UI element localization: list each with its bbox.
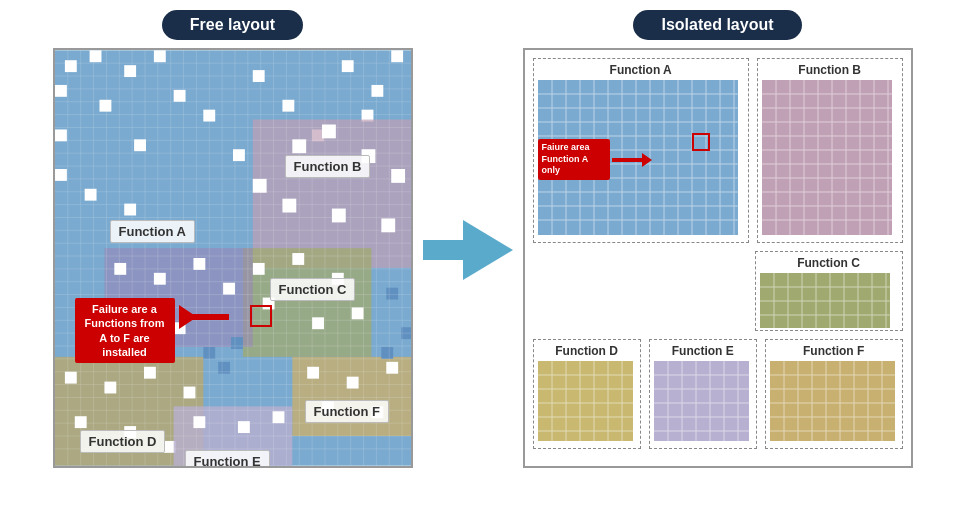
svg-rect-3	[124, 65, 136, 77]
iso-cell-a: Function A	[533, 58, 749, 243]
iso-func-e-grid	[654, 361, 749, 441]
free-func-f-label: Function F	[305, 400, 389, 423]
middle-arrow	[423, 220, 513, 280]
iso-func-d-grid	[538, 361, 633, 441]
svg-rect-13	[341, 60, 353, 72]
free-func-e-label: Function E	[185, 450, 270, 468]
free-func-d-label: Function D	[80, 430, 166, 453]
iso-cell-d: Function D	[533, 339, 641, 449]
svg-rect-24	[322, 125, 336, 139]
svg-rect-21	[124, 204, 136, 216]
isolated-layout-title: Isolated layout	[633, 10, 801, 40]
svg-rect-40	[153, 273, 165, 285]
isolated-layout-box: Function A	[523, 48, 913, 468]
svg-rect-59	[346, 377, 358, 389]
iso-func-b-title: Function B	[762, 63, 898, 77]
svg-rect-15	[391, 50, 403, 62]
iso-cell-e: Function E	[649, 339, 757, 449]
iso-top-row: Function A	[533, 58, 903, 243]
svg-rect-49	[183, 387, 195, 399]
svg-rect-58	[307, 367, 319, 379]
free-func-b-label: Function B	[285, 155, 371, 178]
iso-cell-f: Function F	[765, 339, 903, 449]
svg-rect-4	[153, 50, 165, 62]
iso-func-a-title: Function A	[538, 63, 744, 77]
iso-func-c-grid	[760, 273, 890, 328]
free-layout-panel: Free layout	[53, 10, 413, 468]
svg-rect-209	[770, 361, 895, 441]
svg-rect-20	[84, 189, 96, 201]
svg-rect-2	[89, 50, 101, 62]
svg-rect-1	[64, 60, 76, 72]
svg-rect-8	[55, 129, 67, 141]
iso-bottom-row: Function D	[533, 339, 903, 449]
iso-func-f-title: Function F	[770, 344, 898, 358]
iso-red-box	[692, 133, 710, 151]
free-func-c-label: Function C	[270, 278, 356, 301]
iso-func-f-grid	[770, 361, 895, 441]
iso-func-b-grid	[762, 80, 892, 235]
svg-rect-56	[272, 411, 284, 423]
iso-failure-label: Faiure area Function A only	[538, 139, 610, 180]
iso-cell-b: Function B	[757, 58, 903, 243]
svg-rect-26	[391, 169, 405, 183]
svg-rect-14	[371, 85, 383, 97]
svg-rect-27	[252, 179, 266, 193]
svg-rect-9	[134, 139, 146, 151]
svg-rect-54	[193, 416, 205, 428]
svg-rect-5	[55, 85, 67, 97]
svg-rect-65	[231, 337, 243, 349]
isolated-layout-panel: Isolated layout Function A	[523, 10, 913, 468]
free-layout-title: Free layout	[162, 10, 303, 40]
iso-middle-row: Function C	[533, 251, 903, 331]
svg-rect-36	[312, 317, 324, 329]
svg-rect-33	[292, 253, 304, 265]
svg-rect-48	[144, 367, 156, 379]
iso-func-c-title: Function C	[760, 256, 898, 270]
svg-rect-37	[351, 307, 363, 319]
iso-func-d-title: Function D	[538, 344, 636, 358]
free-layout-box: Function A Function B Function C Functio…	[53, 48, 413, 468]
svg-rect-68	[381, 347, 393, 359]
free-func-a-label: Function A	[110, 220, 195, 243]
svg-rect-41	[193, 258, 205, 270]
svg-rect-28	[282, 199, 296, 213]
main-container: Free layout	[0, 0, 965, 509]
iso-failure-indicator: Faiure area Function A only	[538, 139, 652, 180]
svg-rect-42	[223, 283, 235, 295]
svg-rect-66	[386, 288, 398, 300]
free-failure-label: Failure are a Functions from A to F are …	[75, 298, 175, 363]
free-failure-arrow	[179, 314, 229, 320]
iso-func-e-title: Function E	[654, 344, 752, 358]
svg-rect-152	[762, 80, 892, 235]
svg-rect-22	[252, 120, 410, 268]
svg-rect-46	[64, 372, 76, 384]
svg-rect-29	[331, 209, 345, 223]
iso-cell-c: Function C	[755, 251, 903, 331]
free-red-box	[250, 305, 272, 327]
